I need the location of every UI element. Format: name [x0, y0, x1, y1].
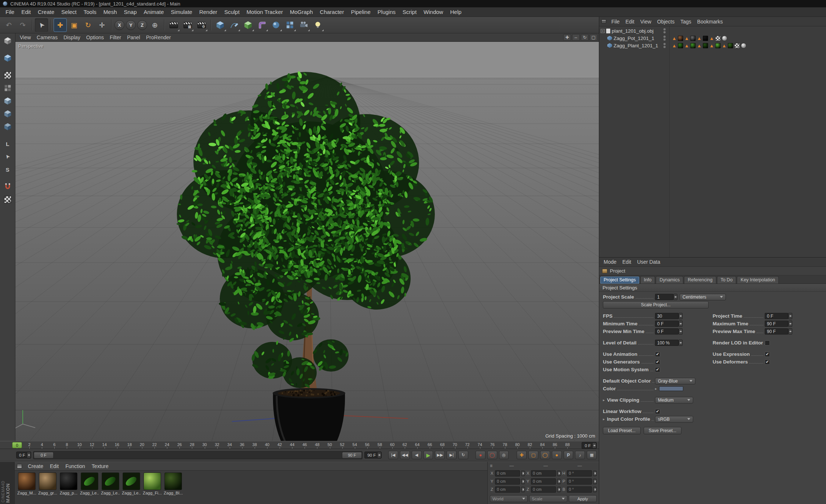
pan-view-icon[interactable]: ✚ — [563, 34, 571, 41]
floor-button[interactable] — [283, 18, 296, 32]
menubar-item-plugins[interactable]: Plugins — [374, 8, 399, 16]
material-item[interactable]: Zagg_p... — [59, 472, 78, 495]
viewport-menu-cameras[interactable]: Cameras — [34, 34, 61, 41]
attribute-menu-mode[interactable]: Mode — [601, 259, 619, 265]
render-picture-viewer-button[interactable]: ▦ — [181, 18, 194, 32]
scale-tool-button[interactable]: ▣ — [68, 18, 81, 32]
polygons-mode-button[interactable] — [2, 121, 14, 132]
view-clipping-select[interactable]: Medium — [655, 397, 693, 403]
menubar-item-window[interactable]: Window — [420, 8, 446, 16]
coordinate-field[interactable]: 0 cm — [531, 470, 556, 476]
environment-button[interactable] — [269, 18, 283, 32]
load-preset-button[interactable]: Load Preset... — [603, 427, 641, 434]
use-animation-checkbox[interactable] — [655, 352, 660, 357]
record-selected-button[interactable]: ◎ — [499, 451, 509, 459]
coordinate-stepper[interactable] — [557, 479, 561, 484]
object-manager-menu-file[interactable]: File — [608, 18, 623, 25]
redo-button[interactable]: ↷ — [16, 18, 29, 32]
use-expression-checkbox[interactable] — [765, 352, 770, 357]
phong-tag-icon[interactable] — [722, 36, 727, 41]
texture-tag-icon[interactable] — [703, 36, 708, 41]
coordinate-stepper[interactable] — [521, 487, 525, 492]
preview-min-stepper[interactable] — [678, 328, 683, 335]
zoom-view-icon[interactable]: ⇔ — [572, 34, 580, 41]
selection-tag-icon[interactable]: ▲ — [697, 43, 702, 48]
coordinate-field[interactable]: 0 cm — [531, 486, 556, 493]
minimum-time-stepper[interactable] — [678, 321, 683, 327]
snap-toggle-button[interactable] — [2, 181, 14, 193]
tweak-mode-button[interactable]: ➤ — [2, 151, 14, 162]
menubar-item-mesh[interactable]: Mesh — [100, 8, 120, 16]
level-of-detail-stepper[interactable] — [678, 340, 683, 346]
next-key-button[interactable]: ▶▶ — [435, 451, 445, 459]
material-menu-texture[interactable]: Texture — [88, 463, 112, 470]
project-scale-unit-select[interactable]: Centimeters — [680, 294, 726, 300]
use-generators-checkbox[interactable] — [655, 359, 660, 365]
record-parameter-toggle[interactable]: ● — [552, 451, 562, 459]
material-thumbnail[interactable] — [60, 472, 77, 490]
coordinate-field[interactable]: 0 cm — [531, 478, 556, 485]
record-pla-toggle[interactable]: P — [564, 451, 574, 459]
viewport-menu-display[interactable]: Display — [61, 34, 83, 41]
texture-tag-icon[interactable] — [715, 43, 721, 48]
use-motion-system-checkbox[interactable] — [655, 367, 660, 372]
preview-max-stepper[interactable] — [788, 328, 792, 335]
menubar-item-mograph[interactable]: MoGraph — [287, 8, 316, 16]
ruler-frame-field[interactable]: 0 F — [582, 442, 597, 449]
minimum-time-field[interactable]: 0 F — [655, 321, 678, 327]
material-item[interactable]: Zagg_Bl... — [164, 472, 183, 495]
deformer-button[interactable] — [255, 18, 269, 32]
project-time-stepper[interactable] — [788, 313, 792, 319]
attribute-menu-edit[interactable]: Edit — [619, 259, 634, 265]
points-mode-button[interactable] — [2, 95, 14, 107]
render-view-button[interactable] — [167, 18, 180, 32]
coordinate-field[interactable]: 0 cm — [495, 486, 520, 493]
scale-project-button[interactable]: Scale Project... — [603, 301, 709, 308]
material-menu-edit[interactable]: Edit — [47, 463, 62, 470]
attribute-menu-user-data[interactable]: User Data — [634, 259, 663, 265]
object-manager-menu-bookmarks[interactable]: Bookmarks — [694, 18, 726, 25]
timeline-playhead[interactable]: 0 — [12, 442, 22, 448]
live-selection-button[interactable]: ➤ — [35, 18, 48, 32]
material-thumbnail[interactable] — [39, 472, 57, 490]
expand-arrow-icon[interactable]: ▸ — [603, 398, 607, 402]
rotate-tool-button[interactable]: ↻ — [81, 18, 95, 32]
coordinate-stepper[interactable] — [521, 471, 525, 476]
texture-tag-icon[interactable] — [703, 43, 708, 48]
menubar-item-character[interactable]: Character — [317, 8, 347, 16]
record-position-toggle[interactable]: ✚ — [517, 451, 527, 459]
range-end-field[interactable]: 90 F — [364, 452, 382, 459]
material-thumbnail[interactable] — [81, 472, 98, 490]
use-deformers-checkbox[interactable] — [765, 359, 770, 365]
coordinate-field[interactable]: 0 cm — [495, 478, 520, 485]
undo-button[interactable]: ↶ — [2, 18, 15, 32]
autokeying-button[interactable]: ◯ — [487, 451, 497, 459]
texture-tag-icon[interactable] — [690, 43, 696, 48]
model-mode-button[interactable] — [2, 52, 14, 64]
color-swatch[interactable] — [659, 386, 683, 391]
viewport-menu-filter[interactable]: Filter — [107, 34, 124, 41]
texture-tag-icon[interactable] — [678, 36, 683, 41]
workplane-mode-button[interactable] — [2, 82, 14, 94]
section-header[interactable]: Project Settings — [599, 284, 826, 292]
menubar-item-create[interactable]: Create — [34, 8, 58, 16]
spline-pen-button[interactable] — [228, 18, 241, 32]
light-button[interactable] — [311, 18, 324, 32]
expand-toggle-icon[interactable]: − — [601, 29, 605, 33]
subdivision-surface-button[interactable] — [241, 18, 255, 32]
material-thumbnail[interactable] — [123, 472, 140, 490]
object-manager-menu-view[interactable]: View — [637, 18, 654, 25]
menubar-item-render[interactable]: Render — [196, 8, 221, 16]
last-tool-button[interactable]: ✛ — [95, 18, 109, 32]
viewport-menu-panel[interactable]: Panel — [124, 34, 143, 41]
attribute-tab-project-settings[interactable]: Project Settings — [600, 276, 640, 284]
attribute-tab-referencing[interactable]: Referencing — [684, 276, 716, 284]
phong-tag-icon[interactable] — [741, 43, 746, 48]
selection-tag-icon[interactable]: ▲ — [697, 36, 702, 41]
material-thumbnail[interactable] — [164, 472, 182, 490]
material-item[interactable]: Zagg_Le... — [101, 472, 120, 495]
menubar-item-sculpt[interactable]: Sculpt — [221, 8, 243, 16]
previous-key-button[interactable]: ◀◀ — [400, 451, 410, 459]
selection-tag-icon[interactable]: ▲ — [684, 43, 689, 48]
coordinate-stepper[interactable] — [593, 487, 597, 492]
